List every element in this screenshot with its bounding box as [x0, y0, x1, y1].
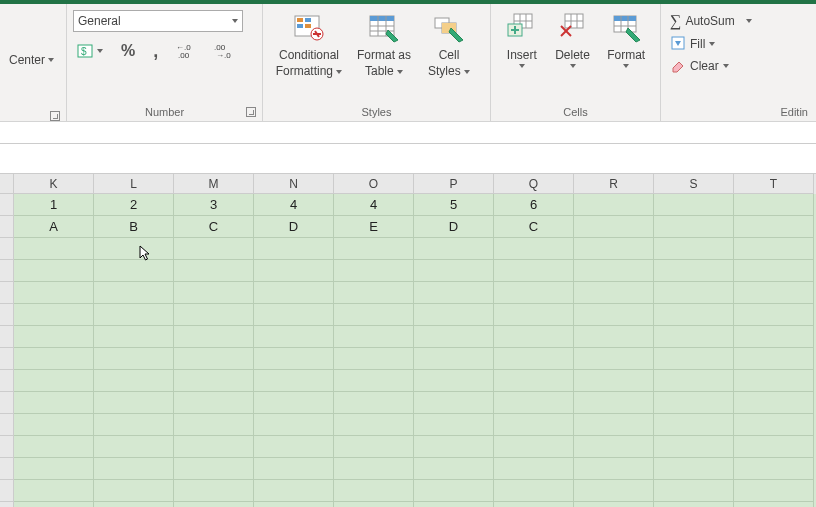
cell[interactable] [254, 282, 334, 304]
cell[interactable] [734, 216, 814, 238]
cell[interactable]: 2 [94, 194, 174, 216]
cell[interactable] [654, 370, 734, 392]
cell[interactable] [174, 392, 254, 414]
cell[interactable] [254, 304, 334, 326]
cell[interactable] [414, 326, 494, 348]
cell[interactable] [334, 392, 414, 414]
cell[interactable] [94, 458, 174, 480]
row-header[interactable] [0, 282, 14, 304]
cell[interactable] [494, 370, 574, 392]
cell[interactable] [414, 414, 494, 436]
cell[interactable] [14, 326, 94, 348]
cell[interactable] [254, 392, 334, 414]
row-header[interactable] [0, 392, 14, 414]
cell[interactable] [334, 238, 414, 260]
cell[interactable] [414, 260, 494, 282]
cell[interactable]: A [14, 216, 94, 238]
cell[interactable] [254, 238, 334, 260]
cell[interactable] [734, 458, 814, 480]
conditional-formatting-button[interactable]: Conditional Formatting [269, 8, 349, 78]
cell[interactable] [14, 260, 94, 282]
cell[interactable] [414, 436, 494, 458]
cell[interactable] [414, 502, 494, 507]
cell[interactable] [334, 414, 414, 436]
row-header[interactable] [0, 304, 14, 326]
cell[interactable] [254, 480, 334, 502]
cell[interactable] [654, 348, 734, 370]
cell[interactable] [174, 458, 254, 480]
merge-center-button[interactable]: Center [6, 51, 60, 69]
cell[interactable] [734, 414, 814, 436]
cell[interactable] [334, 282, 414, 304]
cell[interactable] [334, 480, 414, 502]
cell[interactable] [574, 502, 654, 507]
cell[interactable]: C [174, 216, 254, 238]
cell[interactable] [14, 436, 94, 458]
cell[interactable] [14, 392, 94, 414]
cell[interactable] [94, 304, 174, 326]
row-header[interactable] [0, 458, 14, 480]
accounting-format-button[interactable]: $ [73, 41, 106, 61]
cell[interactable] [574, 392, 654, 414]
cell[interactable] [414, 458, 494, 480]
cell[interactable] [734, 304, 814, 326]
cell[interactable] [94, 480, 174, 502]
cell[interactable] [654, 502, 734, 507]
cell[interactable] [174, 414, 254, 436]
cell[interactable]: 6 [494, 194, 574, 216]
column-header[interactable]: R [574, 174, 654, 194]
cell[interactable] [174, 304, 254, 326]
row-header[interactable] [0, 238, 14, 260]
cell[interactable] [574, 304, 654, 326]
cell[interactable] [654, 216, 734, 238]
cell[interactable] [574, 458, 654, 480]
row-header[interactable] [0, 194, 14, 216]
cell[interactable] [654, 414, 734, 436]
cell[interactable] [14, 370, 94, 392]
cell[interactable]: D [414, 216, 494, 238]
cell[interactable] [94, 370, 174, 392]
cell[interactable] [174, 502, 254, 507]
cell[interactable] [94, 326, 174, 348]
cell[interactable] [414, 392, 494, 414]
cell[interactable]: 3 [174, 194, 254, 216]
cell[interactable] [734, 480, 814, 502]
cell[interactable] [254, 326, 334, 348]
cell[interactable] [654, 480, 734, 502]
cell[interactable] [174, 370, 254, 392]
number-format-combo[interactable]: General [73, 10, 243, 32]
cell[interactable] [494, 326, 574, 348]
row-header[interactable] [0, 260, 14, 282]
cell[interactable] [494, 348, 574, 370]
row-header[interactable] [0, 370, 14, 392]
cell[interactable] [654, 392, 734, 414]
cell[interactable] [494, 458, 574, 480]
cell[interactable] [414, 304, 494, 326]
cell[interactable] [414, 480, 494, 502]
cell[interactable] [94, 348, 174, 370]
column-header[interactable]: S [654, 174, 734, 194]
cell[interactable] [254, 414, 334, 436]
cell[interactable] [494, 502, 574, 507]
cell[interactable]: 4 [334, 194, 414, 216]
cell-styles-button[interactable]: Cell Styles [419, 8, 479, 78]
cell[interactable] [254, 260, 334, 282]
cell[interactable] [574, 480, 654, 502]
cell[interactable] [734, 238, 814, 260]
cell[interactable] [494, 282, 574, 304]
cell[interactable] [334, 436, 414, 458]
cell[interactable] [654, 260, 734, 282]
cell[interactable] [14, 502, 94, 507]
row-header[interactable] [0, 480, 14, 502]
cell[interactable] [574, 216, 654, 238]
cell[interactable] [414, 370, 494, 392]
cell[interactable] [14, 458, 94, 480]
cell[interactable]: 4 [254, 194, 334, 216]
row-header[interactable] [0, 348, 14, 370]
cell[interactable] [254, 458, 334, 480]
cell[interactable] [94, 260, 174, 282]
cell[interactable] [14, 480, 94, 502]
cell[interactable]: E [334, 216, 414, 238]
column-header[interactable]: K [14, 174, 94, 194]
format-as-table-button[interactable]: Format as Table [349, 8, 419, 78]
